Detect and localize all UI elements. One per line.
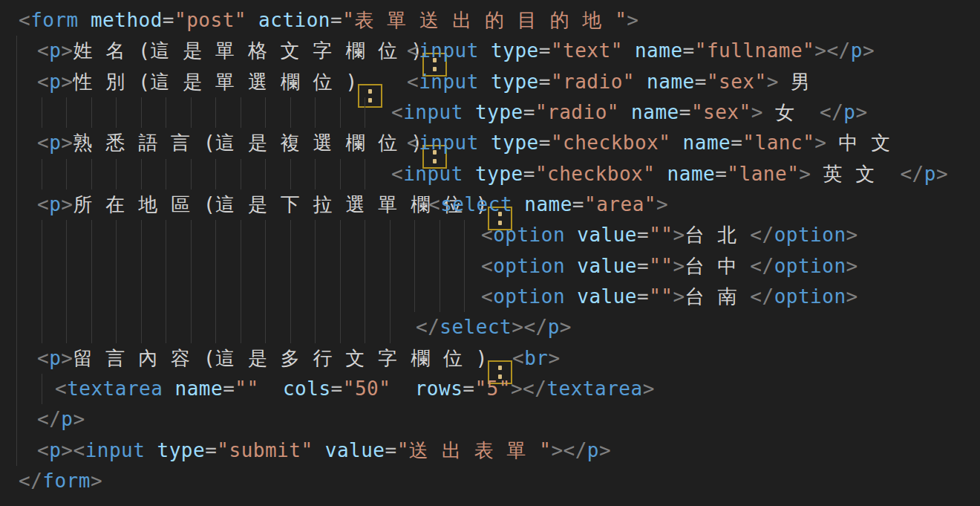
code-token: > bbox=[814, 132, 826, 154]
indent-guide bbox=[116, 97, 117, 128]
indent-guide bbox=[340, 251, 341, 282]
code-token: "sex" bbox=[691, 101, 751, 123]
code-token: > bbox=[61, 347, 73, 369]
code-token: < bbox=[407, 132, 419, 154]
code-token: option bbox=[774, 285, 846, 308]
code-token: select bbox=[440, 316, 512, 338]
code-token: form bbox=[30, 9, 79, 31]
code-token bbox=[313, 439, 325, 461]
code-line[interactable]: <input type="checkbox" name="lane"> 英文 <… bbox=[0, 159, 980, 189]
code-token: "fullname" bbox=[695, 39, 815, 62]
code-segment: <input type="checkbox" name="lane"> 英文 <… bbox=[391, 159, 948, 189]
code-token: "radio" bbox=[535, 101, 619, 123]
indent-guide bbox=[265, 159, 266, 189]
indent-guide bbox=[16, 251, 17, 282]
indent-guide bbox=[16, 312, 17, 343]
code-token: cols bbox=[283, 377, 331, 400]
indent-guide bbox=[166, 282, 166, 312]
indent-guide bbox=[464, 282, 465, 312]
code-token: "5" bbox=[474, 377, 510, 400]
code-token: 台南 bbox=[685, 285, 751, 308]
code-token: < bbox=[37, 71, 49, 93]
indent-guide bbox=[414, 251, 415, 282]
code-token bbox=[163, 377, 174, 400]
code-token: > bbox=[599, 439, 611, 461]
indent-guide bbox=[315, 251, 316, 282]
code-token: < bbox=[407, 71, 419, 93]
code-token: > bbox=[61, 132, 73, 154]
code-token: = bbox=[330, 9, 342, 31]
indent-guide bbox=[191, 282, 192, 312]
code-token: < bbox=[512, 347, 524, 369]
code-token: < bbox=[37, 347, 49, 369]
code-token: "" bbox=[649, 255, 673, 277]
code-line[interactable]: <option value="">台南</option> bbox=[0, 282, 980, 312]
indent-guide bbox=[16, 343, 17, 374]
code-token: > bbox=[61, 71, 73, 93]
code-line[interactable]: <form method="post" action="表單送出的目的地"> bbox=[0, 5, 980, 36]
code-token: ( bbox=[203, 132, 215, 154]
code-token: input bbox=[403, 163, 463, 185]
code-token bbox=[619, 101, 631, 123]
code-token: = bbox=[637, 255, 649, 277]
code-token: p bbox=[49, 347, 61, 369]
code-line[interactable]: </form> bbox=[0, 466, 980, 496]
code-token: </ bbox=[750, 285, 774, 308]
code-line[interactable]: </select></p> bbox=[0, 312, 980, 343]
indent-guide bbox=[191, 312, 192, 343]
code-line[interactable]: <p>留言內容(這是多行文字欄位)<br> bbox=[0, 343, 980, 374]
indent-guide bbox=[390, 312, 391, 343]
code-token: > bbox=[91, 470, 102, 492]
code-line[interactable]: <p><input type="submit" value="送出表單"></p… bbox=[0, 435, 980, 466]
indent-guide bbox=[390, 251, 391, 282]
code-token bbox=[635, 71, 647, 93]
indent-guide bbox=[116, 251, 117, 282]
code-token bbox=[463, 101, 475, 123]
code-line[interactable]: <p>所在地區(這是下拉選單欄位)<select name="area"> bbox=[0, 189, 980, 220]
code-token: > bbox=[656, 193, 668, 215]
code-line[interactable]: <p>性別(這是單選欄位)<input type="radio" name="s… bbox=[0, 67, 980, 97]
indent-guide bbox=[116, 312, 117, 343]
indent-guide bbox=[390, 220, 391, 250]
code-token: ></ bbox=[511, 377, 546, 400]
code-token: < bbox=[481, 285, 493, 308]
indent-guide bbox=[16, 36, 17, 66]
code-token: value bbox=[577, 255, 637, 277]
code-editor[interactable]: <form method="post" action="表單送出的目的地"><p… bbox=[0, 0, 980, 506]
code-token: option bbox=[774, 255, 846, 277]
code-token: ( bbox=[203, 193, 215, 215]
code-token: < bbox=[391, 163, 403, 185]
code-token bbox=[763, 101, 775, 123]
code-token bbox=[655, 163, 667, 185]
code-line[interactable]: </p> bbox=[0, 404, 980, 435]
code-token: "area" bbox=[584, 193, 656, 215]
code-token: 留言內容 bbox=[73, 347, 203, 369]
code-token: = bbox=[637, 285, 649, 308]
indent-guide bbox=[166, 159, 166, 189]
code-token: input bbox=[419, 71, 479, 93]
indent-guide bbox=[290, 159, 291, 189]
code-line[interactable]: <option value="">台北</option> bbox=[0, 220, 980, 250]
code-token: > bbox=[799, 163, 811, 185]
code-token: = bbox=[683, 39, 695, 62]
code-line[interactable]: <input type="radio" name="sex"> 女 </p> bbox=[0, 97, 980, 128]
code-token: 表單送出的目的地 bbox=[354, 9, 615, 31]
code-segment: <select name="area"> bbox=[428, 189, 668, 220]
indent-guide bbox=[91, 312, 92, 343]
code-token: p bbox=[924, 163, 936, 185]
code-token: ) bbox=[345, 71, 357, 93]
code-line[interactable]: <p>姓名(這是單格文字欄位)<input type="text" name="… bbox=[0, 36, 980, 66]
indent-guide bbox=[241, 97, 241, 128]
code-line[interactable]: <option value="">台中</option> bbox=[0, 251, 980, 282]
code-token: type bbox=[475, 101, 523, 123]
code-line[interactable]: <textarea name="" cols="50" rows="5"></t… bbox=[0, 374, 980, 404]
indent-guide bbox=[141, 97, 142, 128]
code-token: 台北 bbox=[685, 224, 751, 246]
indent-guide bbox=[42, 251, 42, 282]
code-token: type bbox=[475, 163, 523, 185]
indent-guide bbox=[66, 312, 67, 343]
code-token: value bbox=[325, 439, 385, 461]
code-line[interactable]: <p>熟悉語言(這是複選欄位)<input type="checkbox" na… bbox=[0, 128, 980, 158]
code-token: 女 bbox=[775, 101, 808, 123]
code-token: </ bbox=[820, 101, 843, 123]
